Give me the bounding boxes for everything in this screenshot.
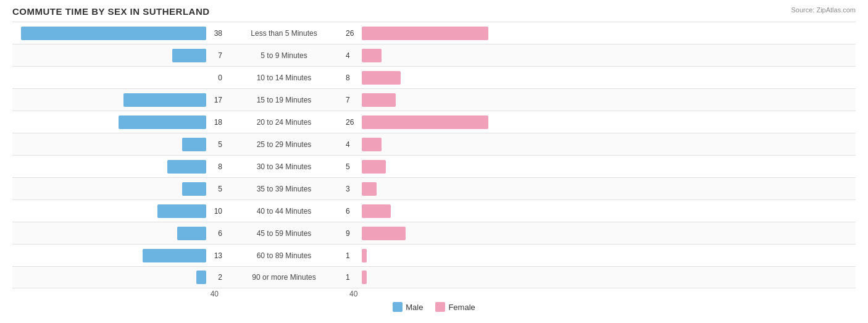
category-label: Less than 5 Minutes [222, 29, 346, 38]
male-bar [143, 249, 206, 262]
male-bar [167, 160, 206, 174]
left-section: 7 [12, 44, 222, 66]
female-value: 26 [346, 118, 361, 127]
category-label: 5 to 9 Minutes [222, 51, 346, 60]
male-value: 18 [207, 118, 222, 127]
right-section: 26 [346, 111, 556, 133]
female-bar [362, 115, 488, 129]
category-label: 10 to 14 Minutes [222, 73, 346, 82]
category-label: 60 to 89 Minutes [222, 251, 346, 260]
right-section: 4 [346, 133, 556, 155]
male-value: 13 [207, 251, 222, 260]
right-section: 9 [346, 222, 556, 244]
right-section: 3 [346, 178, 556, 199]
right-section: 4 [346, 44, 556, 66]
female-bar [362, 93, 396, 107]
female-value: 4 [346, 140, 361, 149]
left-section: 17 [12, 89, 222, 111]
category-label: 90 or more Minutes [222, 273, 346, 282]
table-row: 6 45 to 59 Minutes 9 [12, 222, 856, 244]
female-value: 3 [346, 185, 361, 193]
category-label: 20 to 24 Minutes [222, 118, 346, 127]
category-label: 45 to 59 Minutes [222, 229, 346, 238]
female-bar [362, 204, 391, 218]
male-value: 5 [207, 140, 222, 149]
table-row: 8 30 to 34 Minutes 5 [12, 155, 856, 177]
left-section: 8 [12, 156, 222, 177]
legend: Male Female [12, 302, 856, 312]
male-value: 38 [207, 29, 222, 38]
axis-left-label: 40 [12, 290, 222, 298]
category-label: 25 to 29 Minutes [222, 140, 346, 149]
male-bar [182, 182, 206, 196]
left-section: 18 [12, 111, 222, 133]
left-section: 5 [12, 178, 222, 199]
table-row: 10 40 to 44 Minutes 6 [12, 199, 856, 222]
table-row: 17 15 to 19 Minutes 7 [12, 88, 856, 111]
male-bar [182, 138, 206, 151]
male-bar [196, 271, 206, 284]
category-label: 30 to 34 Minutes [222, 162, 346, 171]
male-value: 0 [207, 73, 222, 82]
category-label: 15 to 19 Minutes [222, 96, 346, 104]
male-value: 5 [207, 185, 222, 193]
right-section: 7 [346, 89, 556, 111]
table-row: 0 10 to 14 Minutes 8 [12, 66, 856, 88]
male-value: 7 [207, 51, 222, 60]
axis-row: 40 40 [12, 290, 856, 298]
left-section: 13 [12, 245, 222, 266]
female-value: 1 [346, 251, 361, 260]
legend-male-label: Male [406, 303, 423, 312]
female-bar [362, 49, 382, 62]
table-row: 7 5 to 9 Minutes 4 [12, 44, 856, 66]
legend-male-box [393, 302, 403, 312]
male-bar [21, 27, 206, 40]
female-bar [362, 71, 401, 85]
table-row: 5 35 to 39 Minutes 3 [12, 177, 856, 199]
left-section: 5 [12, 133, 222, 155]
female-bar [362, 227, 406, 240]
table-row: 18 20 to 24 Minutes 26 [12, 111, 856, 133]
female-bar [362, 138, 382, 151]
female-bar [362, 249, 367, 262]
chart-container: COMMUTE TIME BY SEX IN SUTHERLAND Source… [12, 6, 856, 312]
male-bar [123, 93, 206, 107]
right-section: 6 [346, 200, 556, 222]
female-value: 26 [346, 29, 361, 38]
female-bar [362, 160, 386, 174]
female-bar [362, 182, 377, 196]
male-value: 10 [207, 207, 222, 216]
chart-rows: 38 Less than 5 Minutes 26 7 5 to 9 Minut… [12, 22, 856, 288]
female-value: 4 [346, 51, 361, 60]
left-section: 38 [12, 22, 222, 44]
right-section: 1 [346, 245, 556, 266]
male-value: 2 [207, 273, 222, 282]
male-value: 17 [207, 96, 222, 104]
left-section: 0 [12, 67, 222, 88]
left-section: 2 [12, 267, 222, 288]
female-value: 1 [346, 273, 361, 282]
legend-male: Male [393, 302, 423, 312]
right-section: 1 [346, 267, 556, 288]
legend-female: Female [435, 302, 475, 312]
axis-right-label: 40 [346, 290, 556, 298]
table-row: 13 60 to 89 Minutes 1 [12, 244, 856, 266]
right-section: 5 [346, 156, 556, 177]
female-value: 8 [346, 73, 361, 82]
male-bar [177, 227, 206, 240]
left-section: 10 [12, 200, 222, 222]
female-bar [362, 271, 367, 284]
table-row: 5 25 to 29 Minutes 4 [12, 133, 856, 155]
category-label: 40 to 44 Minutes [222, 207, 346, 216]
male-value: 6 [207, 229, 222, 238]
right-section: 8 [346, 67, 556, 88]
male-bar [172, 49, 206, 62]
male-bar [119, 115, 206, 129]
right-section: 26 [346, 22, 556, 44]
male-value: 8 [207, 162, 222, 171]
male-bar [157, 204, 206, 218]
female-value: 6 [346, 207, 361, 216]
female-bar [362, 27, 488, 40]
table-row: 2 90 or more Minutes 1 [12, 266, 856, 288]
category-label: 35 to 39 Minutes [222, 185, 346, 193]
